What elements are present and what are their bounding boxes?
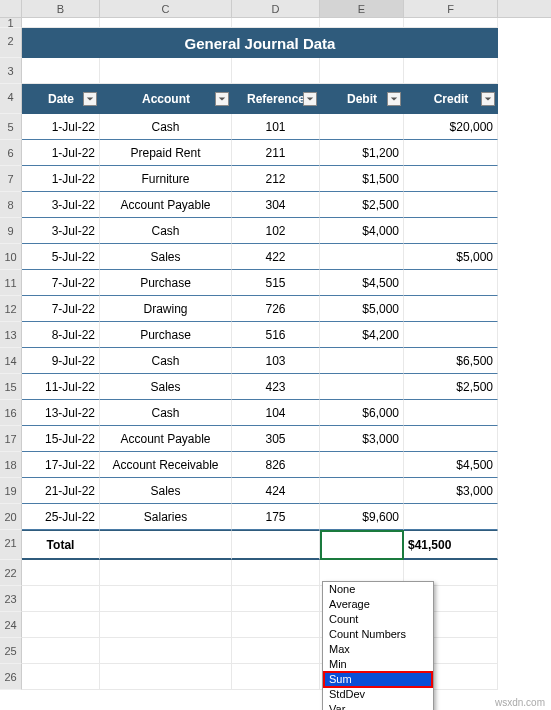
table-row[interactable]: 175 [232,504,320,530]
table-row[interactable]: Cash [100,400,232,426]
table-row[interactable]: Account Payable [100,192,232,218]
table-row[interactable]: Drawing [100,296,232,322]
row-header-7[interactable]: 7 [0,166,22,192]
table-row[interactable]: 103 [232,348,320,374]
table-row[interactable]: 305 [232,426,320,452]
filter-icon[interactable] [83,92,97,106]
table-row[interactable] [404,400,498,426]
table-row[interactable]: $4,500 [320,270,404,296]
filter-icon[interactable] [387,92,401,106]
menu-item-max[interactable]: Max [323,642,433,657]
row-header-17[interactable]: 17 [0,426,22,452]
menu-item-none[interactable]: None [323,582,433,597]
filter-icon[interactable] [303,92,317,106]
table-row[interactable]: $6,000 [320,400,404,426]
row-header-20[interactable]: 20 [0,504,22,530]
table-row[interactable]: 7-Jul-22 [22,296,100,322]
table-row[interactable]: $1,200 [320,140,404,166]
table-row[interactable] [320,452,404,478]
total-credit[interactable]: $41,500 [404,530,498,560]
table-row[interactable] [404,322,498,348]
header-reference[interactable]: Reference [232,84,320,114]
row-header-10[interactable]: 10 [0,244,22,270]
table-row[interactable]: $3,000 [320,426,404,452]
table-row[interactable]: 726 [232,296,320,322]
table-row[interactable]: $2,500 [404,374,498,400]
table-row[interactable]: Salaries [100,504,232,530]
table-row[interactable]: Sales [100,374,232,400]
table-row[interactable]: Prepaid Rent [100,140,232,166]
total-debit-cell[interactable] [320,530,404,560]
col-header-E[interactable]: E [320,0,404,17]
total-label[interactable]: Total [22,530,100,560]
table-row[interactable]: $3,000 [404,478,498,504]
table-row[interactable]: 3-Jul-22 [22,192,100,218]
row-header-21[interactable]: 21 [0,530,22,560]
table-row[interactable]: $5,000 [404,244,498,270]
menu-item-stddev[interactable]: StdDev [323,687,433,702]
menu-item-count-numbers[interactable]: Count Numbers [323,627,433,642]
row-header-12[interactable]: 12 [0,296,22,322]
menu-item-var[interactable]: Var [323,702,433,710]
table-row[interactable]: Purchase [100,270,232,296]
table-row[interactable] [404,192,498,218]
header-date[interactable]: Date [22,84,100,114]
row-header-19[interactable]: 19 [0,478,22,504]
table-row[interactable]: 11-Jul-22 [22,374,100,400]
table-row[interactable]: Purchase [100,322,232,348]
table-row[interactable] [404,504,498,530]
table-row[interactable] [404,140,498,166]
col-header-B[interactable]: B [22,0,100,17]
table-row[interactable]: 515 [232,270,320,296]
table-row[interactable]: 3-Jul-22 [22,218,100,244]
row-header-6[interactable]: 6 [0,140,22,166]
header-debit[interactable]: Debit [320,84,404,114]
table-row[interactable]: 423 [232,374,320,400]
table-row[interactable]: 21-Jul-22 [22,478,100,504]
table-row[interactable]: Account Receivable [100,452,232,478]
table-row[interactable]: Furniture [100,166,232,192]
col-header-F[interactable]: F [404,0,498,17]
row-header-14[interactable]: 14 [0,348,22,374]
menu-item-count[interactable]: Count [323,612,433,627]
menu-item-min[interactable]: Min [323,657,433,672]
table-row[interactable] [320,478,404,504]
row-header-8[interactable]: 8 [0,192,22,218]
table-row[interactable]: 17-Jul-22 [22,452,100,478]
table-row[interactable] [320,374,404,400]
row-header-1[interactable]: 1 [0,18,22,28]
table-row[interactable]: $4,000 [320,218,404,244]
table-row[interactable]: $6,500 [404,348,498,374]
table-row[interactable]: Cash [100,114,232,140]
table-row[interactable]: 25-Jul-22 [22,504,100,530]
table-row[interactable] [320,348,404,374]
table-row[interactable]: 8-Jul-22 [22,322,100,348]
table-row[interactable]: 516 [232,322,320,348]
row-header-24[interactable]: 24 [0,612,22,638]
table-row[interactable]: 5-Jul-22 [22,244,100,270]
table-row[interactable]: 7-Jul-22 [22,270,100,296]
table-row[interactable]: $5,000 [320,296,404,322]
table-row[interactable]: Cash [100,348,232,374]
menu-item-sum[interactable]: Sum [323,671,433,688]
table-row[interactable]: 1-Jul-22 [22,114,100,140]
table-row[interactable]: Cash [100,218,232,244]
table-row[interactable] [404,270,498,296]
header-credit[interactable]: Credit [404,84,498,114]
row-header-26[interactable]: 26 [0,664,22,690]
row-header-11[interactable]: 11 [0,270,22,296]
table-row[interactable]: 212 [232,166,320,192]
filter-icon[interactable] [481,92,495,106]
table-row[interactable]: 304 [232,192,320,218]
table-row[interactable] [404,166,498,192]
table-row[interactable]: $20,000 [404,114,498,140]
table-row[interactable]: 826 [232,452,320,478]
aggregate-function-menu[interactable]: NoneAverageCountCount NumbersMaxMinSumSt… [322,581,434,710]
table-row[interactable]: 13-Jul-22 [22,400,100,426]
table-row[interactable] [320,114,404,140]
table-row[interactable] [404,426,498,452]
table-row[interactable] [320,244,404,270]
select-all-corner[interactable] [0,0,22,17]
header-account[interactable]: Account [100,84,232,114]
col-header-C[interactable]: C [100,0,232,17]
